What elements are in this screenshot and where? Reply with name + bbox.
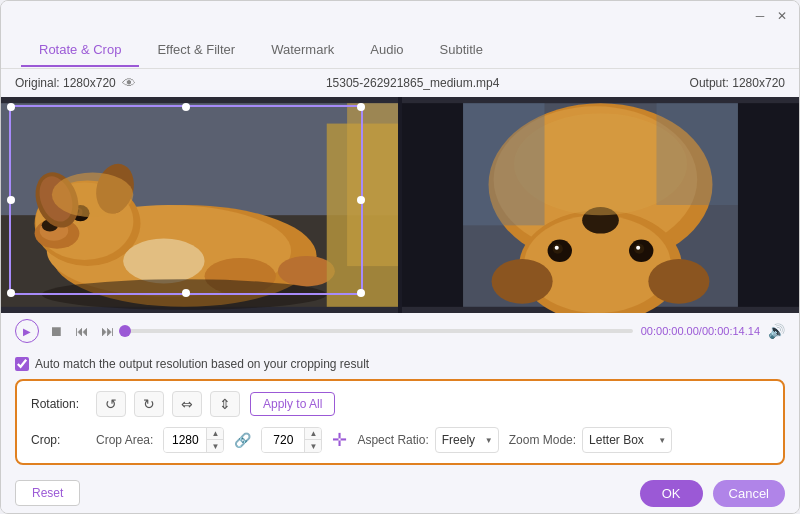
aspect-ratio-select[interactable]: Freely 16:9 4:3 1:1 9:16 [435, 427, 499, 453]
ok-button[interactable]: OK [640, 480, 703, 507]
svg-rect-27 [738, 103, 799, 307]
original-resolution: Original: 1280x720 [15, 76, 116, 90]
zoom-mode-select-wrapper: Letter Box Pan & Scan Full [582, 427, 672, 453]
rotate-left-button[interactable]: ↺ [96, 391, 126, 417]
tabs-bar: Rotate & Crop Effect & Filter Watermark … [1, 31, 799, 69]
crop-area-label: Crop Area: [96, 433, 153, 447]
crop-row: Crop: Crop Area: ▲ ▼ 🔗 ▲ ▼ ✛ Aspect Rati… [31, 425, 769, 455]
zoom-mode-label: Zoom Mode: [509, 433, 576, 447]
svg-point-36 [555, 246, 559, 250]
tab-subtitle[interactable]: Subtitle [422, 34, 501, 67]
svg-rect-26 [402, 103, 463, 307]
next-frame-button[interactable]: ⏭ [99, 321, 117, 341]
cancel-button[interactable]: Cancel [713, 480, 785, 507]
time-display: 00:00:00.00/00:00:14.14 [641, 325, 760, 337]
crop-width-input[interactable] [164, 428, 206, 452]
crop-handle-ml[interactable] [7, 196, 15, 204]
crop-width-input-group: ▲ ▼ [163, 427, 224, 453]
crop-handle-bm[interactable] [182, 289, 190, 297]
prev-frame-button[interactable]: ⏮ [73, 321, 91, 341]
progress-thumb[interactable] [119, 325, 131, 337]
tab-rotate-crop[interactable]: Rotate & Crop [21, 34, 139, 67]
volume-icon[interactable]: 🔊 [768, 323, 785, 339]
rotation-buttons: ↺ ↻ ⇔ ⇕ [96, 391, 240, 417]
tab-audio[interactable]: Audio [352, 34, 421, 67]
crop-height-input[interactable] [262, 428, 304, 452]
auto-match-checkbox[interactable] [15, 357, 29, 371]
auto-match-label: Auto match the output resolution based o… [35, 357, 369, 371]
aspect-ratio-select-wrapper: Freely 16:9 4:3 1:1 9:16 [435, 427, 499, 453]
svg-point-39 [636, 246, 640, 250]
stop-button[interactable]: ⏹ [47, 321, 65, 341]
zoom-mode-select[interactable]: Letter Box Pan & Scan Full [582, 427, 672, 453]
bottom-bar: Reset OK Cancel [1, 473, 799, 513]
crop-handle-br[interactable] [357, 289, 365, 297]
svg-point-40 [492, 259, 553, 304]
aspect-ratio-label: Aspect Ratio: [357, 433, 428, 447]
link-icon: 🔗 [234, 432, 251, 448]
title-bar: ─ ✕ [1, 1, 799, 31]
rotation-label: Rotation: [31, 397, 86, 411]
crop-overlay[interactable] [9, 105, 363, 295]
zoom-mode-group: Zoom Mode: Letter Box Pan & Scan Full [509, 427, 672, 453]
crop-label: Crop: [31, 433, 86, 447]
tab-effect-filter[interactable]: Effect & Filter [139, 34, 253, 67]
player-bar: ▶ ⏹ ⏮ ⏭ 00:00:00.00/00:00:14.14 🔊 [1, 313, 799, 349]
crop-handle-bl[interactable] [7, 289, 15, 297]
crop-handle-mr[interactable] [357, 196, 365, 204]
height-spin-down[interactable]: ▼ [305, 440, 321, 453]
checkbox-bar: Auto match the output resolution based o… [1, 349, 799, 379]
main-window: ─ ✕ Rotate & Crop Effect & Filter Waterm… [0, 0, 800, 514]
play-button[interactable]: ▶ [15, 319, 39, 343]
rotate-right-button[interactable]: ↻ [134, 391, 164, 417]
minimize-button[interactable]: ─ [753, 9, 767, 23]
output-resolution: Output: 1280x720 [690, 76, 785, 90]
height-spin-up[interactable]: ▲ [305, 427, 321, 440]
svg-point-41 [648, 259, 709, 304]
video-left-panel[interactable] [1, 97, 398, 313]
info-bar: Original: 1280x720 👁 15305-262921865_med… [1, 69, 799, 97]
visibility-icon[interactable]: 👁 [122, 75, 136, 91]
flip-horizontal-button[interactable]: ⇔ [172, 391, 202, 417]
reset-button[interactable]: Reset [15, 480, 80, 506]
aspect-ratio-group: Aspect Ratio: Freely 16:9 4:3 1:1 9:16 [357, 427, 498, 453]
video-area [1, 97, 799, 313]
svg-rect-44 [656, 103, 737, 205]
rotation-row: Rotation: ↺ ↻ ⇔ ⇕ Apply to All [31, 389, 769, 419]
filename: 15305-262921865_medium.mp4 [326, 76, 499, 90]
crosshair-icon[interactable]: ✛ [332, 429, 347, 451]
progress-bar[interactable] [125, 329, 633, 333]
close-button[interactable]: ✕ [775, 9, 789, 23]
video-right-panel [402, 97, 799, 313]
flip-vertical-button[interactable]: ⇕ [210, 391, 240, 417]
svg-rect-43 [463, 103, 544, 225]
crop-height-input-group: ▲ ▼ [261, 427, 322, 453]
apply-all-button[interactable]: Apply to All [250, 392, 335, 416]
tab-watermark[interactable]: Watermark [253, 34, 352, 67]
crop-handle-tl[interactable] [7, 103, 15, 111]
crop-handle-tm[interactable] [182, 103, 190, 111]
controls-panel: Rotation: ↺ ↻ ⇔ ⇕ Apply to All Crop: Cro… [15, 379, 785, 465]
crop-handle-tr[interactable] [357, 103, 365, 111]
width-spin-up[interactable]: ▲ [207, 427, 223, 440]
width-spin-down[interactable]: ▼ [207, 440, 223, 453]
bottom-right-buttons: OK Cancel [640, 480, 785, 507]
